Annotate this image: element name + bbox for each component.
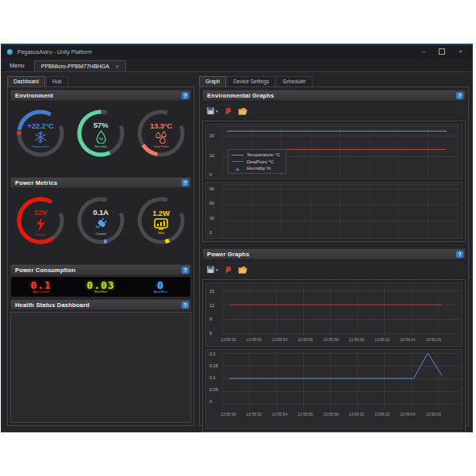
save-icon (206, 106, 215, 115)
humidity-gauge: 57% % Humidity (72, 106, 129, 167)
dewpoint-drops-icon (155, 131, 167, 144)
environment-section-header: Environment ? (10, 90, 191, 101)
help-button[interactable]: ? (182, 267, 189, 274)
x-axis-labels: 13:55:5013:55:5213:55:5413:55:5613:55:58… (221, 412, 441, 418)
avg-current-label: Avg Current (33, 291, 49, 294)
open-file-button[interactable] (238, 107, 248, 115)
env-graphs-section-header: Environmental Graphs ? (202, 90, 466, 101)
section-title: Environment (15, 92, 182, 99)
device-tab-close-icon[interactable]: × (116, 63, 119, 69)
amp-hour-display: 0 Amp/Hour (131, 280, 190, 294)
x-tick-label: 13:55:50 (221, 412, 236, 418)
save-button[interactable]: ▾ (206, 106, 218, 115)
help-button[interactable]: ? (456, 251, 463, 258)
x-tick-label: 13:55:56 (298, 337, 313, 344)
tab-dashboard[interactable]: Dashboard (7, 76, 45, 86)
snapshot-icon (225, 107, 232, 114)
help-button[interactable]: ? (182, 301, 189, 309)
x-tick-label: 13:55:54 (272, 337, 287, 344)
save-icon (206, 265, 215, 274)
section-title: Power Graphs (207, 251, 456, 258)
device-tab[interactable]: PPBMicro-PPBM77HBHGA × (34, 60, 126, 71)
humidity-triangle-swatch: ▲ (232, 167, 244, 171)
help-button[interactable]: ? (456, 92, 463, 99)
section-title: Environmental Graphs (207, 92, 456, 99)
y-tick-label: 90 (209, 186, 214, 191)
open-folder-icon (238, 266, 248, 274)
open-file-button[interactable] (238, 266, 248, 274)
health-status-content (10, 312, 191, 423)
environmental-chart: 20100 (202, 121, 466, 242)
minimize-button[interactable]: – (422, 48, 425, 55)
tab-scheduler[interactable]: Scheduler (276, 76, 312, 86)
x-tick-label: 13:56:00 (349, 412, 364, 418)
tab-hub[interactable]: Hub (46, 76, 68, 86)
help-button[interactable]: ? (182, 92, 189, 99)
snapshot-button[interactable] (225, 266, 232, 273)
power-consumption-section-header: Power Consumption ? (10, 264, 191, 275)
humidity-chart: 9060300 (205, 182, 463, 239)
help-button[interactable]: ? (182, 179, 189, 186)
avg-current-display: 0.1 Avg Current (11, 280, 71, 294)
menu-bar: Menu PPBMicro-PPBM77HBHGA × (2, 58, 472, 72)
voltage-gauge: 12V Voltage (12, 193, 69, 255)
plot-area (222, 184, 459, 236)
dewpoint-series (260, 126, 447, 177)
tab-device-settings[interactable]: Device Settings (227, 76, 275, 86)
x-tick-label: 13:55:50 (221, 337, 236, 344)
temperature-label: Temperature (32, 144, 49, 148)
x-tick-label: 13:56:04 (400, 337, 415, 344)
power-consumption-display: 0.1 Avg Current 0.03 Watt/Hour 0 Amp/Hou… (10, 276, 191, 298)
current-gauge: 0.1A Current (72, 193, 129, 255)
voltage-label: Voltage (35, 232, 45, 236)
graphs-panel: Graph Device Settings Scheduler Environm… (199, 76, 469, 426)
voltage-value: 12V (34, 208, 47, 217)
save-dropdown-caret[interactable]: ▾ (216, 267, 218, 272)
y-tick-label: 10 (209, 153, 214, 158)
maximize-button[interactable] (439, 48, 445, 55)
x-tick-label: 13:56:02 (374, 412, 390, 418)
y-tick-label: 0.05 (209, 387, 218, 392)
voltage-bolt-icon (35, 217, 46, 232)
legend-item-temperature: Temperature °C (232, 152, 280, 157)
y-tick-label: 9 (209, 317, 212, 321)
section-title: Power Metrics (15, 179, 182, 186)
power-metrics-section-header: Power Metrics ? (10, 177, 191, 188)
app-window: PegasusAstro - Unity Platform – × Menu P… (1, 44, 473, 432)
y-tick-label: 0.15 (209, 363, 218, 368)
save-dropdown-caret[interactable]: ▾ (216, 109, 218, 113)
health-status-section-header: Health Status Dashboard ? (10, 299, 191, 310)
x-tick-label: 13:55:58 (323, 412, 338, 418)
x-tick-label: 13:56:00 (349, 337, 364, 344)
temperature-line-swatch (232, 155, 244, 155)
snapshot-button[interactable] (225, 107, 232, 114)
tab-graph[interactable]: Graph (199, 76, 226, 86)
volts-series (229, 285, 442, 336)
power-graphs-section-header: Power Graphs ? (202, 248, 466, 259)
dew-point-value: 13.3°C (150, 121, 172, 130)
y-tick-label: 6 (209, 331, 212, 336)
humidity-value: 57% (94, 121, 108, 129)
y-axis-ticks: 151296 (206, 285, 222, 336)
y-tick-label: 0.1 (209, 375, 216, 380)
watt-chart-icon (154, 218, 168, 230)
watt-hour-display: 0.03 Watt/Hour (71, 280, 130, 294)
y-tick-label: 0 (209, 230, 212, 235)
snowflake-icon (34, 131, 47, 144)
app-logo-icon (6, 48, 13, 56)
close-button[interactable]: × (459, 48, 463, 55)
svg-text:%: % (98, 136, 103, 141)
current-label: Current (95, 232, 106, 236)
power-metrics-gauges: 12V Voltage 0.1A (10, 189, 191, 264)
y-tick-label: 30 (209, 216, 214, 221)
dashboard-panel: Dashboard Hub Environment ? (7, 76, 194, 426)
save-button[interactable]: ▾ (206, 265, 218, 274)
watt-hour-value: 0.03 (86, 280, 114, 290)
humidity-label: Humidity (94, 144, 107, 148)
menu-item-menu[interactable]: Menu (6, 60, 34, 71)
y-axis-ticks: 0.20.150.10.050 (206, 351, 222, 410)
power-graphs-toolbar: ▾ (202, 262, 466, 277)
env-graphs-toolbar: ▾ (202, 103, 466, 118)
y-tick-label: 15 (209, 289, 214, 294)
y-tick-label: 0 (209, 172, 212, 177)
